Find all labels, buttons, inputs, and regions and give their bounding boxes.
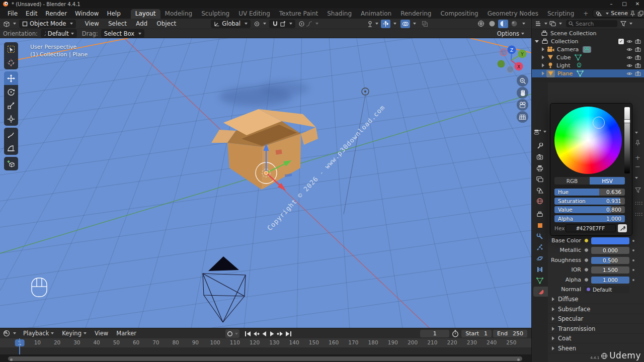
add-workspace-button[interactable]: + xyxy=(579,9,593,19)
drag-dropdown[interactable]: Select Box xyxy=(101,29,145,38)
axis-neg-y-ball[interactable] xyxy=(498,60,505,68)
tab-modifiers[interactable] xyxy=(533,231,546,241)
menu-render[interactable]: Render xyxy=(41,10,71,17)
funnel-icon[interactable] xyxy=(635,187,641,193)
mode-selector[interactable]: Object Mode xyxy=(19,20,76,28)
menu-timeline-view[interactable]: View xyxy=(91,330,112,337)
camera-visibility-icon[interactable] xyxy=(635,47,641,52)
eye-icon[interactable] xyxy=(626,55,632,60)
alpha-slider[interactable]: Alpha 1.000 xyxy=(554,215,625,222)
shading-solid-button[interactable] xyxy=(487,20,497,28)
camera-view-button[interactable] xyxy=(517,99,528,111)
collection-checkbox[interactable]: ✓ xyxy=(618,39,624,44)
outliner-row-cube[interactable]: Cube xyxy=(532,53,644,61)
panel-coat[interactable]: Coat xyxy=(549,334,643,343)
maximize-button[interactable]: □ xyxy=(618,0,631,8)
camera-visibility-icon[interactable] xyxy=(635,63,641,68)
move-tool[interactable] xyxy=(4,71,18,85)
scrollbar-handle-left[interactable] xyxy=(10,358,13,361)
tab-output[interactable] xyxy=(533,163,546,173)
eye-icon[interactable] xyxy=(626,39,632,44)
tab-view-layer[interactable] xyxy=(533,174,546,184)
minimize-button[interactable]: – xyxy=(605,0,618,8)
menu-keying[interactable]: Keying xyxy=(58,330,91,337)
camera-visibility-icon[interactable] xyxy=(635,39,641,44)
tab-collection[interactable] xyxy=(533,209,546,219)
hex-input[interactable] xyxy=(566,224,616,232)
tab-texture-paint[interactable]: Texture Paint xyxy=(275,9,323,19)
camera-visibility-icon[interactable] xyxy=(635,71,641,76)
jump-to-start-icon[interactable] xyxy=(245,331,252,337)
ortho-toggle-button[interactable] xyxy=(517,111,528,123)
outliner-search[interactable]: Search xyxy=(566,20,617,27)
zoom-view-button[interactable] xyxy=(517,75,528,86)
previous-keyframe-icon[interactable] xyxy=(253,331,260,337)
eye-icon[interactable] xyxy=(626,63,632,68)
panel-subsurface[interactable]: Subsurface xyxy=(549,305,643,314)
tab-world[interactable] xyxy=(533,196,546,206)
value-slider[interactable] xyxy=(624,107,630,173)
chevron-down-icon[interactable] xyxy=(635,174,638,180)
menu-add[interactable]: Add xyxy=(131,20,152,27)
tab-particles[interactable] xyxy=(533,242,546,252)
camera-object[interactable] xyxy=(203,256,246,322)
eye-icon[interactable] xyxy=(626,47,632,52)
cursor-tool[interactable] xyxy=(4,56,18,69)
outliner-filter[interactable] xyxy=(620,21,632,27)
show-overlays-toggle[interactable] xyxy=(400,20,410,28)
orientation-dropdown[interactable]: Default xyxy=(41,29,77,38)
tab-constraints[interactable] xyxy=(533,264,546,275)
transform-tool[interactable] xyxy=(4,112,18,126)
alpha-slider[interactable]: 1.000 xyxy=(591,277,629,284)
proportional-editing[interactable] xyxy=(298,21,318,27)
tab-scene[interactable] xyxy=(533,185,546,195)
pivot-point-selector[interactable] xyxy=(254,21,266,27)
decorator-dot[interactable] xyxy=(632,249,634,251)
menu-file[interactable]: File xyxy=(4,10,22,17)
drag-dots-icon[interactable]: ∷∷ xyxy=(635,211,643,218)
xray-toggle[interactable] xyxy=(420,20,430,28)
outliner-row-collection[interactable]: Collection ✓ xyxy=(532,37,644,45)
next-keyframe-icon[interactable] xyxy=(276,331,284,337)
tab-shading[interactable]: Shading xyxy=(323,9,356,19)
pin-icon[interactable] xyxy=(635,140,640,146)
outliner-row-plane[interactable]: Plane xyxy=(532,69,644,77)
shading-rendered-button[interactable] xyxy=(509,20,519,28)
expand-icon[interactable] xyxy=(542,63,544,67)
tab-tool[interactable] xyxy=(533,141,546,151)
outliner-row-scene-collection[interactable]: Scene Collection xyxy=(532,29,644,37)
minus-icon[interactable]: − xyxy=(635,163,640,170)
metallic-slider[interactable]: 0.000 xyxy=(591,247,629,254)
chevron-down-icon[interactable] xyxy=(635,129,638,135)
panel-transmission[interactable]: Transmission xyxy=(549,324,643,334)
editor-type-selector[interactable] xyxy=(3,21,16,27)
stopwatch-icon[interactable] xyxy=(452,330,459,337)
plus-icon[interactable]: + xyxy=(635,154,640,161)
tab-render[interactable] xyxy=(533,152,546,162)
tab-rendering[interactable]: Rendering xyxy=(396,9,436,19)
outliner-row-light[interactable]: Light xyxy=(532,61,644,69)
timeline-ruler[interactable]: 1 10203040506070809010011012013014015016… xyxy=(0,338,531,347)
expand-icon[interactable] xyxy=(542,55,544,59)
pin-icon[interactable] xyxy=(630,11,635,17)
measure-tool[interactable] xyxy=(4,141,18,155)
tab-uv-editing[interactable]: UV Editing xyxy=(234,9,275,19)
rotate-tool[interactable] xyxy=(4,85,18,99)
frame-end-field[interactable]: End 250 xyxy=(493,330,527,337)
shading-material-preview-button[interactable] xyxy=(498,20,508,28)
transform-orientation-selector[interactable]: Global xyxy=(211,20,251,28)
tab-hsv[interactable]: HSV xyxy=(590,177,625,185)
jump-to-end-icon[interactable] xyxy=(285,331,292,337)
timeline-scrollbar[interactable] xyxy=(8,356,522,361)
panel-specular[interactable]: Specular xyxy=(549,314,643,324)
auto-keying-toggle[interactable] xyxy=(225,329,239,338)
shading-wireframe-button[interactable] xyxy=(476,20,486,28)
metallic-socket[interactable] xyxy=(584,248,589,252)
timeline-editor-selector[interactable] xyxy=(3,330,16,337)
outliner-id-filter[interactable] xyxy=(549,21,562,27)
select-box-tool[interactable] xyxy=(4,42,18,56)
roughness-socket[interactable] xyxy=(584,258,589,262)
expand-icon[interactable] xyxy=(535,40,539,43)
show-gizmos-toggle[interactable] xyxy=(381,20,390,28)
tab-animation[interactable]: Animation xyxy=(356,9,396,19)
